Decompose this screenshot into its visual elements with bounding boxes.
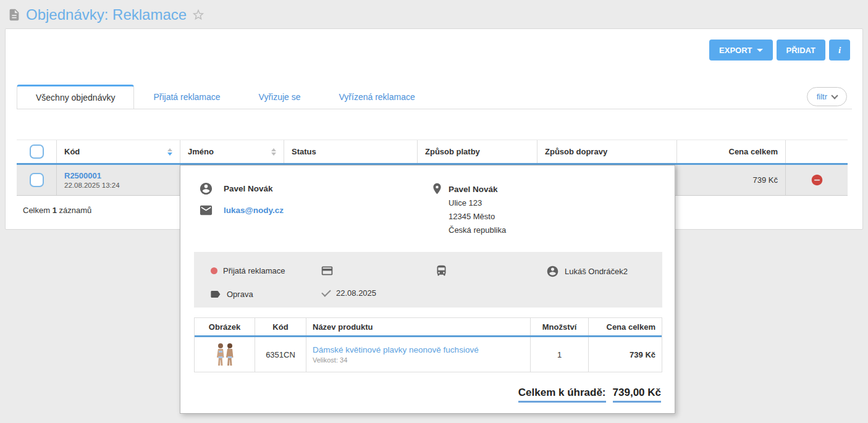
bus-icon	[435, 264, 448, 277]
item-code: 6351CN	[255, 337, 306, 372]
orders-table-header: Kód Jméno Status Způsob platby Způsob do…	[17, 140, 848, 165]
complaint-date: 22.08.2025	[322, 288, 376, 298]
product-image[interactable]	[211, 341, 239, 367]
customer-name-row: Pavel Novák	[199, 182, 273, 196]
chevron-down-icon	[831, 92, 838, 99]
address-street: Ulice 123	[449, 196, 506, 210]
filter-button-label: filtr	[817, 92, 827, 101]
select-all-checkbox[interactable]	[30, 144, 44, 159]
address-country: Česká republika	[449, 224, 506, 237]
info-icon: i	[838, 45, 841, 56]
items-table-header: Obrázek Kód Název produktu Množství Cena…	[195, 318, 662, 337]
product-name-link[interactable]: Dámské květinové plavky neonově fuchsiov…	[313, 345, 479, 354]
check-icon	[321, 287, 331, 297]
items-header-qty: Množství	[530, 318, 588, 335]
sort-icon[interactable]	[167, 148, 172, 156]
add-button[interactable]: PŘIDAT	[777, 40, 825, 61]
grand-total: Celkem k úhradě: 739,00 Kč	[518, 387, 661, 403]
customer-email-row: lukas@nody.cz	[199, 203, 284, 217]
order-status-box: Přijatá reklamace Lukáš Ondráček2 Oprava	[194, 252, 662, 308]
column-header-status: Status	[284, 140, 417, 163]
column-header-name[interactable]: Jméno	[180, 140, 284, 163]
order-detail-popup: Pavel Novák lukas@nody.cz Pavel Novák Ul…	[180, 165, 675, 414]
product-variant: Velikost: 34	[313, 356, 479, 364]
payment-method	[321, 264, 334, 277]
item-qty: 1	[530, 337, 588, 372]
tab-bar: Všechny objednávky Přijatá reklamace Vyř…	[17, 84, 852, 109]
item-price: 739 Kč	[630, 350, 655, 359]
items-table: Obrázek Kód Název produktu Množství Cena…	[194, 317, 662, 372]
document-icon	[7, 7, 21, 23]
address-name: Pavel Novák	[449, 183, 506, 196]
filter-button[interactable]: filtr	[807, 87, 847, 106]
page: { "page": { "title": "Objednávky: Reklam…	[0, 0, 868, 423]
items-header-code: Kód	[255, 318, 306, 335]
item-row: 6351CN Dámské květinové plavky neonově f…	[195, 337, 662, 372]
page-title: Objednávky: Reklamace	[26, 6, 187, 23]
info-button[interactable]: i	[829, 40, 850, 61]
tab-received-complaint[interactable]: Přijatá reklamace	[134, 85, 239, 109]
customer-name: Pavel Novák	[224, 184, 273, 193]
order-status: Přijatá reklamace	[211, 266, 285, 275]
remove-icon[interactable]	[811, 174, 824, 186]
tag-icon	[209, 288, 221, 300]
toolbar: EXPORT PŘIDAT i	[709, 40, 850, 61]
column-header-shipping: Způsob dopravy	[537, 140, 676, 163]
page-header: Objednávky: Reklamace	[7, 6, 205, 23]
status-dot-icon	[211, 267, 217, 274]
records-count: Celkem 1 záznamů	[23, 206, 91, 215]
tab-resolved-complaint[interactable]: Vyřízená reklamace	[320, 85, 434, 109]
items-header-image: Obrázek	[195, 318, 255, 335]
address-city: 12345 Město	[449, 210, 506, 224]
order-code-link[interactable]: R2500001	[64, 171, 120, 180]
tab-in-progress[interactable]: Vyřizuje se	[240, 85, 320, 109]
column-header-total: Cena celkem	[676, 140, 785, 163]
complaint-type: Oprava	[209, 288, 253, 300]
order-datetime: 22.08.2025 13:24	[64, 182, 120, 189]
sort-icon[interactable]	[271, 148, 276, 156]
items-header-name: Název produktu	[306, 318, 530, 335]
caret-down-icon	[757, 49, 763, 52]
credit-card-icon	[321, 264, 334, 277]
tab-all-orders[interactable]: Všechny objednávky	[17, 85, 134, 109]
cell-total: 739 Kč	[676, 165, 785, 195]
items-header-price: Cena celkem	[588, 318, 662, 335]
customer-email-link[interactable]: lukas@nody.cz	[224, 206, 284, 215]
delivery-address: Pavel Novák Ulice 123 12345 Město Česká …	[449, 183, 506, 237]
grand-total-value: 739,00 Kč	[613, 387, 661, 403]
person-icon	[199, 182, 213, 196]
favorite-star-icon[interactable]	[192, 8, 205, 22]
column-header-code[interactable]: Kód	[56, 140, 180, 163]
export-button[interactable]: EXPORT	[709, 40, 772, 61]
export-button-label: EXPORT	[719, 46, 752, 55]
shipping-method	[435, 264, 448, 277]
column-header-actions	[785, 140, 848, 163]
mail-icon	[199, 203, 213, 217]
grand-total-label: Celkem k úhradě:	[518, 387, 606, 403]
column-header-payment: Způsob platby	[417, 140, 537, 163]
add-button-label: PŘIDAT	[786, 46, 815, 55]
assignee: Lukáš Ondráček2	[546, 265, 628, 278]
row-checkbox[interactable]	[30, 173, 44, 187]
location-pin-icon	[431, 182, 444, 195]
person-icon	[546, 265, 559, 278]
